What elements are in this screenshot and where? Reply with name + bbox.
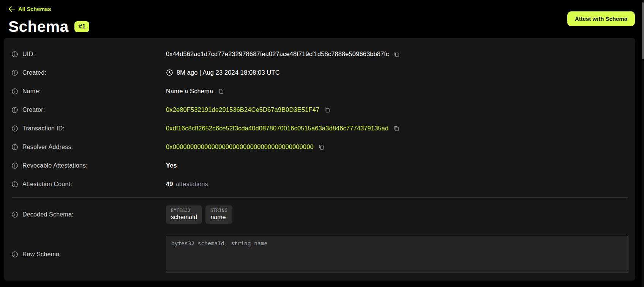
- decoded-schema-row: Decoded Schema: BYTES32 schemaId STRING …: [11, 198, 628, 232]
- creator-row: Creator: 0x2e80F532191de291536B24Ce5D67a…: [11, 100, 628, 119]
- info-icon[interactable]: [11, 69, 18, 76]
- resolver-address-value-group: 0x00000000000000000000000000000000000000…: [166, 143, 325, 151]
- page-title: Schema: [8, 18, 68, 36]
- uid-value-group: 0x44d562ac1d7cd77e232978687fea027ace48f7…: [166, 50, 400, 58]
- revocable-attestations-value: Yes: [166, 162, 177, 169]
- attest-with-schema-button[interactable]: Attest with Schema: [567, 11, 635, 26]
- created-value-group: 8M ago | Aug 23 2024 18:08:03 UTC: [166, 69, 280, 76]
- creator-value-group: 0x2e80F532191de291536B24Ce5D67a9B0D3E51F…: [166, 106, 330, 113]
- name-label: Name:: [22, 88, 41, 95]
- attestation-count-row: Attestation Count: 49 attestations: [11, 175, 628, 193]
- back-to-all-schemas-link[interactable]: All Schemas: [8, 6, 51, 12]
- transaction-id-row: Transaction ID: 0xdf16c8cff2652c6ce52f3c…: [11, 119, 628, 138]
- info-icon[interactable]: [11, 88, 18, 95]
- raw-schema-label: Raw Schema:: [22, 251, 61, 258]
- info-icon[interactable]: [11, 251, 18, 258]
- created-value: 8M ago | Aug 23 2024 18:08:03 UTC: [177, 69, 280, 76]
- copy-icon[interactable]: [318, 144, 325, 150]
- uid-value: 0x44d562ac1d7cd77e232978687fea027ace48f7…: [166, 50, 389, 58]
- creator-label: Creator:: [22, 107, 45, 113]
- raw-schema-textarea[interactable]: bytes32 schemaId, string name: [166, 236, 628, 273]
- back-link-label: All Schemas: [18, 6, 51, 12]
- resolver-address-label-group: Resolver Address:: [11, 144, 166, 151]
- transaction-id-value-group: 0xdf16c8cff2652c6ce52f3cda40d0878070016c…: [166, 125, 399, 132]
- transaction-id-link[interactable]: 0xdf16c8cff2652c6ce52f3cda40d0878070016c…: [166, 125, 388, 132]
- decoded-schema-label-group: Decoded Schema:: [11, 211, 166, 218]
- schema-number-badge: #1: [74, 21, 89, 32]
- name-value: Name a Schema: [166, 88, 213, 95]
- info-icon[interactable]: [11, 144, 18, 151]
- uid-label-group: UID:: [11, 51, 166, 58]
- info-icon[interactable]: [11, 125, 18, 132]
- copy-icon[interactable]: [393, 51, 400, 57]
- resolver-address-label: Resolver Address:: [22, 144, 73, 151]
- field-type: STRING: [210, 208, 227, 213]
- info-icon[interactable]: [11, 211, 18, 218]
- field-type: BYTES32: [171, 208, 197, 213]
- name-label-group: Name:: [11, 88, 166, 95]
- uid-row: UID: 0x44d562ac1d7cd77e232978687fea027ac…: [11, 45, 628, 63]
- scrollbar-track[interactable]: [642, 0, 644, 287]
- revocable-attestations-label-group: Revocable Attestations:: [11, 162, 166, 169]
- raw-schema-label-group: Raw Schema:: [11, 251, 166, 258]
- attestation-count-value-group: 49 attestations: [166, 180, 208, 188]
- info-icon[interactable]: [11, 162, 18, 169]
- created-label-group: Created:: [11, 69, 166, 76]
- name-row: Name: Name a Schema: [11, 82, 628, 100]
- attestations-link[interactable]: attestations: [176, 180, 208, 188]
- decoded-schema-fields: BYTES32 schemaId STRING name: [166, 205, 232, 224]
- field-name: name: [210, 214, 227, 221]
- copy-icon[interactable]: [393, 125, 399, 132]
- raw-schema-row: Raw Schema: bytes32 schemaId, string nam…: [11, 233, 628, 276]
- uid-label: UID:: [22, 51, 35, 58]
- creator-address-link[interactable]: 0x2e80F532191de291536B24Ce5D67a9B0D3E51F…: [166, 106, 319, 113]
- resolver-address-row: Resolver Address: 0x00000000000000000000…: [11, 138, 628, 156]
- revocable-attestations-label: Revocable Attestations:: [22, 162, 88, 169]
- attestation-count-label-group: Attestation Count:: [11, 181, 166, 188]
- attestation-count-number: 49: [166, 180, 173, 188]
- info-icon[interactable]: [11, 181, 18, 188]
- creator-label-group: Creator:: [11, 107, 166, 113]
- copy-icon[interactable]: [324, 107, 330, 113]
- left-arrow-icon: [8, 6, 15, 12]
- clock-icon: [166, 69, 173, 76]
- attestation-count-label: Attestation Count:: [22, 181, 72, 188]
- created-row: Created: 8M ago | Aug 23 2024 18:08:03 U…: [11, 63, 628, 82]
- title-row: Schema #1: [8, 18, 635, 36]
- schema-details-card: UID: 0x44d562ac1d7cd77e232978687fea027ac…: [4, 38, 635, 281]
- info-icon[interactable]: [11, 107, 18, 113]
- resolver-address-link[interactable]: 0x00000000000000000000000000000000000000…: [166, 143, 314, 151]
- transaction-id-label-group: Transaction ID:: [11, 125, 166, 132]
- scrollbar-thumb[interactable]: [642, 2, 644, 59]
- page-header: All Schemas Schema #1 Attest with Schema: [0, 0, 644, 36]
- decoded-schema-label: Decoded Schema:: [22, 211, 74, 218]
- created-label: Created:: [22, 69, 46, 76]
- field-name: schemaId: [171, 214, 197, 221]
- schema-field-badge: BYTES32 schemaId: [166, 205, 202, 224]
- copy-icon[interactable]: [218, 88, 224, 94]
- info-icon[interactable]: [11, 51, 18, 58]
- revocable-attestations-row: Revocable Attestations: Yes: [11, 156, 628, 175]
- name-value-group: Name a Schema: [166, 88, 224, 95]
- schema-field-badge: STRING name: [205, 205, 232, 224]
- transaction-id-label: Transaction ID:: [22, 125, 65, 132]
